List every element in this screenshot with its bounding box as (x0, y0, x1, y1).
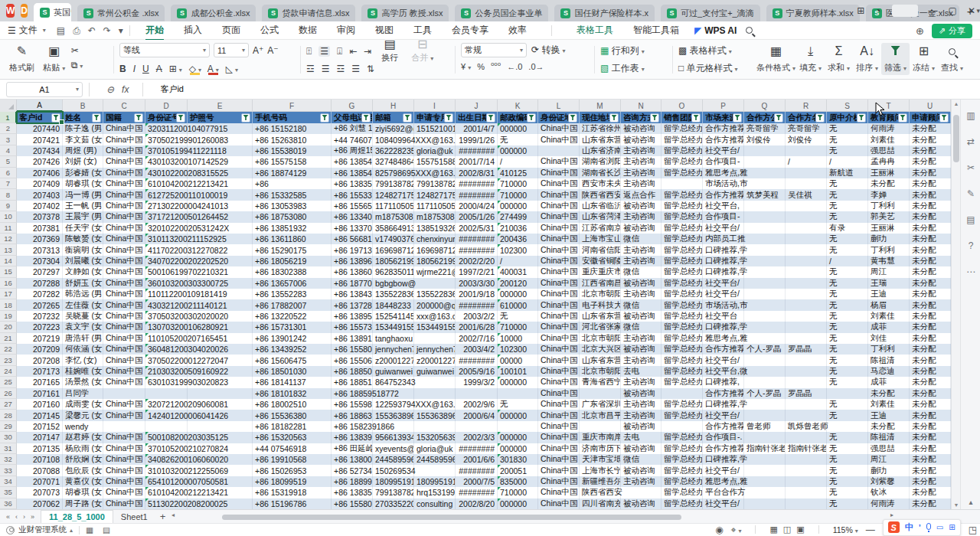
cell[interactable]: China中国 (103, 333, 145, 344)
row-number[interactable]: 20 (0, 322, 17, 332)
cell[interactable]: 留学总经办 (662, 498, 703, 509)
cell[interactable]: 2000/6/4 (456, 410, 498, 420)
cell[interactable]: / (498, 256, 538, 266)
cell[interactable]: 00000 (498, 355, 538, 365)
cell[interactable]: China中国 (538, 322, 580, 332)
cell[interactable]: 留学总经办 (662, 432, 703, 443)
cell[interactable]: 710000 (498, 487, 538, 498)
cell[interactable]: 社交平台/ (703, 278, 744, 289)
column-letter-F[interactable]: F (253, 100, 332, 112)
cell[interactable] (786, 223, 827, 234)
cell[interactable] (744, 366, 786, 377)
column-letter-S[interactable]: S (827, 100, 868, 112)
cell[interactable]: 雅思考点,雅 (703, 476, 744, 487)
cell[interactable]: 北京大兴区 (580, 344, 621, 355)
row-number[interactable]: 22 (0, 344, 17, 355)
row-number[interactable]: 23 (0, 355, 17, 365)
cell[interactable]: +86 15026953 (253, 465, 332, 476)
cell[interactable]: ######## (456, 234, 498, 244)
cell[interactable]: 刘素佳 (868, 311, 910, 322)
cell[interactable]: 周煜 (男) (63, 145, 103, 156)
filter-button[interactable] (898, 113, 907, 123)
sheet-nav-icon[interactable]: « (6, 513, 10, 521)
cell[interactable]: 未分配 (910, 266, 951, 277)
column-letter-B[interactable]: B (63, 100, 103, 112)
cell[interactable] (414, 388, 456, 399)
cell[interactable]: +44 7460762888 (332, 134, 373, 145)
cell[interactable]: 138519326 (414, 223, 456, 234)
cell[interactable]: 未分配 (910, 299, 951, 310)
cell[interactable]: 864752343 (373, 377, 414, 387)
row-number[interactable]: 29 (0, 421, 17, 432)
cell[interactable]: 未分配 (910, 432, 951, 443)
cell[interactable] (786, 333, 827, 344)
cell[interactable]: China中国 (103, 123, 145, 134)
row-number[interactable]: 24 (0, 366, 17, 377)
cell[interactable] (498, 388, 538, 399)
cell[interactable]: 刘素佳 (868, 399, 910, 410)
undo-icon[interactable]: ↶ (88, 25, 96, 36)
cell[interactable]: 207108 (17, 454, 63, 465)
cell[interactable]: 李婵 (868, 189, 910, 200)
cell[interactable]: 被动咨询 (621, 498, 662, 509)
cell[interactable]: 320721200209060081 (145, 399, 188, 410)
cell[interactable]: +86 13800682663 (332, 454, 373, 465)
cell[interactable]: 244589596 (373, 454, 414, 465)
cell[interactable]: +86 18753080 (253, 211, 332, 222)
查找-button[interactable]: 查找▾ (938, 43, 966, 75)
select-all-corner[interactable] (0, 100, 17, 112)
cell[interactable]: 合作方推荐 (703, 443, 744, 454)
cell[interactable]: m1875308 (373, 211, 414, 222)
cell[interactable] (827, 388, 868, 399)
cell[interactable]: 无 (827, 311, 868, 322)
cell[interactable]: hrq153199 (414, 487, 456, 498)
cell[interactable]: 无 (827, 134, 868, 145)
cell[interactable] (414, 377, 456, 387)
row-number[interactable]: 33 (0, 465, 17, 476)
row-number[interactable]: 32 (0, 454, 17, 465)
cell[interactable]: +86 18501030 (253, 366, 332, 377)
cell[interactable]: +86 19910568 (253, 454, 332, 465)
ime-toolbar[interactable]: S 中 ’ ▭ ⊞ (883, 519, 961, 536)
cell[interactable]: 黄嘉仪 (女 (63, 476, 103, 487)
cell[interactable]: +86 17882007 (253, 299, 332, 310)
comma-style-button[interactable]: ⁰⁰⁰ (491, 61, 501, 71)
cell[interactable] (621, 487, 662, 498)
cell[interactable] (662, 421, 703, 432)
cell[interactable]: 370502200012272047 (145, 355, 188, 365)
cell[interactable]: China中国 (538, 178, 580, 189)
filter-button[interactable] (486, 113, 495, 123)
cell[interactable]: +86 13370140948 (332, 223, 373, 234)
cell[interactable]: 155363896 (414, 410, 456, 420)
cell[interactable]: 留学总经办 (662, 278, 703, 289)
cell[interactable]: +86 56681836 (332, 234, 373, 244)
cell[interactable]: China中国 (538, 366, 580, 377)
cell[interactable]: 四川省南充 (580, 498, 621, 509)
row-number[interactable]: 28 (0, 410, 17, 420)
cell[interactable]: 微信 (621, 454, 662, 465)
cell[interactable]: +86 18874129 (253, 168, 332, 178)
cell[interactable]: 主动咨询 (621, 289, 662, 299)
cell[interactable]: 无 (827, 278, 868, 289)
cell[interactable]: 169698712 (373, 244, 414, 255)
cell[interactable]: China中国 (103, 322, 145, 332)
cell[interactable]: +86 1582391866 (332, 421, 373, 432)
cell[interactable]: 任天宇 (女 (63, 223, 103, 234)
cell[interactable]: 曾老师 (744, 421, 786, 432)
tab-数据[interactable]: 数据 (297, 21, 318, 39)
cell[interactable]: 000000 (498, 289, 538, 299)
file-menu-button[interactable]: ☰ 文件 ▾ (8, 24, 46, 37)
cell[interactable] (744, 498, 786, 509)
cell[interactable] (786, 322, 827, 332)
cell[interactable]: 153205639 (414, 432, 456, 443)
cell[interactable]: 李文茹 (女 (63, 134, 103, 145)
cell[interactable]: China中国 (538, 134, 580, 145)
cell[interactable]: 710000 (498, 189, 538, 200)
increase-decimal-button[interactable]: ←.0 (507, 62, 522, 71)
cell[interactable]: 湖南省浏阳 (580, 156, 621, 167)
sheet-nav-icon[interactable]: ‹ (15, 513, 18, 521)
cell[interactable]: 2000/4/24 (456, 201, 498, 211)
cell[interactable]: China中国 (103, 465, 145, 476)
cell[interactable]: 主动咨询 (621, 256, 662, 266)
cell[interactable]: 合作方推荐 (703, 388, 744, 399)
